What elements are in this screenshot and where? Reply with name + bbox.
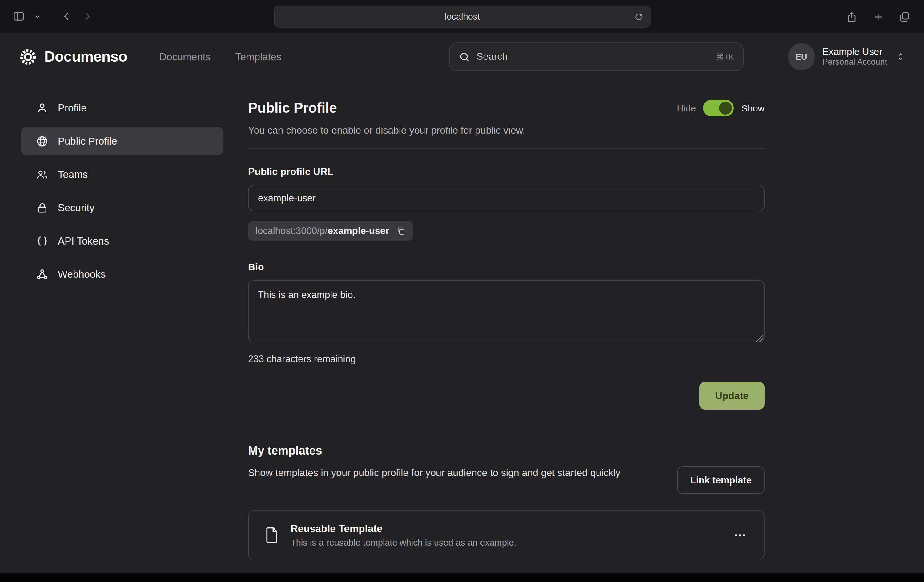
new-tab-icon[interactable] bbox=[870, 8, 886, 25]
sidebar-toggle-icon[interactable] bbox=[10, 7, 28, 25]
search-input[interactable] bbox=[477, 51, 710, 62]
profile-visibility-control: Hide Show bbox=[677, 100, 764, 116]
link-template-button[interactable]: Link template bbox=[677, 466, 764, 494]
user-name: Example User bbox=[822, 46, 887, 58]
avatar: EU bbox=[788, 43, 815, 70]
brand[interactable]: Documenso bbox=[18, 47, 127, 66]
forward-icon[interactable] bbox=[79, 8, 96, 25]
sidebar-item-label: Teams bbox=[58, 169, 88, 180]
update-button[interactable]: Update bbox=[699, 382, 764, 410]
profile-url-text: localhost:3000/p/example-user bbox=[256, 225, 389, 236]
share-icon[interactable] bbox=[843, 8, 860, 25]
search-bar[interactable]: ⌘+K bbox=[449, 43, 744, 71]
my-templates-description: Show templates in your public profile fo… bbox=[248, 465, 620, 481]
page-bottom-gap bbox=[0, 574, 924, 582]
content: Profile Public Profile Teams Security bbox=[0, 80, 924, 561]
bio-field-label: Bio bbox=[248, 262, 764, 273]
address-bar[interactable]: localhost bbox=[274, 5, 651, 28]
globe-icon bbox=[36, 135, 49, 147]
sidebar-item-api-tokens[interactable]: API Tokens bbox=[21, 227, 223, 255]
nav-templates[interactable]: Templates bbox=[235, 51, 281, 63]
search-shortcut: ⌘+K bbox=[716, 52, 734, 61]
brand-name: Documenso bbox=[45, 48, 127, 65]
sidebar-item-teams[interactable]: Teams bbox=[21, 160, 223, 188]
template-description: This is a reusable template which is use… bbox=[290, 537, 731, 547]
toggle-hide-label: Hide bbox=[677, 103, 696, 113]
browser-toolbar: localhost bbox=[0, 0, 924, 33]
sidebar-item-webhooks[interactable]: Webhooks bbox=[21, 260, 223, 288]
profile-url-slug: example-user bbox=[327, 225, 389, 236]
sidebar-item-label: API Tokens bbox=[58, 235, 109, 246]
user-account-type: Personal Account bbox=[822, 58, 887, 68]
bio-textarea[interactable]: This is an example bio. bbox=[248, 280, 764, 342]
chevron-up-down-icon bbox=[896, 52, 906, 61]
back-icon[interactable] bbox=[58, 8, 75, 25]
profile-visibility-toggle[interactable] bbox=[703, 100, 734, 116]
documenso-logo-icon bbox=[18, 47, 38, 66]
my-templates-section: My templates Show templates in your publ… bbox=[248, 444, 764, 561]
my-templates-title: My templates bbox=[248, 444, 764, 458]
file-icon bbox=[264, 526, 280, 544]
url-field-label: Public profile URL bbox=[248, 166, 764, 177]
refresh-icon[interactable] bbox=[633, 11, 645, 23]
person-icon bbox=[36, 101, 49, 114]
sidebar-item-security[interactable]: Security bbox=[21, 193, 223, 222]
toggle-knob bbox=[719, 102, 732, 114]
page-title: Public Profile bbox=[248, 100, 337, 116]
search-icon bbox=[459, 51, 470, 63]
copy-icon[interactable] bbox=[396, 226, 406, 236]
address-bar-url: localhost bbox=[445, 12, 480, 21]
user-menu[interactable]: EU Example User Personal Account bbox=[788, 43, 906, 70]
characters-remaining: 233 characters remaining bbox=[248, 354, 764, 365]
chevron-down-icon[interactable] bbox=[31, 10, 44, 23]
divider bbox=[248, 149, 764, 149]
sidebar-item-label: Security bbox=[58, 202, 94, 213]
sidebar-item-label: Profile bbox=[58, 102, 87, 114]
tab-overview-icon[interactable] bbox=[896, 8, 913, 25]
toggle-show-label: Show bbox=[741, 103, 764, 113]
sidebar-item-public-profile[interactable]: Public Profile bbox=[21, 127, 223, 155]
sidebar-item-label: Webhooks bbox=[58, 268, 106, 280]
section-description: You can choose to enable or disable your… bbox=[248, 125, 764, 136]
app-header: Documenso Documents Templates ⌘+K EU Exa… bbox=[0, 33, 924, 80]
webhook-icon bbox=[36, 268, 49, 281]
public-profile-panel: Public Profile Hide Show You can choose … bbox=[248, 94, 764, 561]
nav-documents[interactable]: Documents bbox=[159, 51, 211, 63]
main-nav: Documents Templates bbox=[159, 51, 281, 63]
more-options-icon[interactable] bbox=[731, 526, 749, 544]
browser-window: localhost Documenso Documents bbox=[0, 0, 924, 582]
public-profile-url-input[interactable] bbox=[248, 185, 764, 211]
lock-icon bbox=[36, 201, 49, 214]
template-card: Reusable Template This is a reusable tem… bbox=[248, 510, 764, 561]
braces-icon bbox=[36, 234, 49, 247]
people-icon bbox=[36, 168, 49, 181]
settings-nav: Profile Public Profile Teams Security bbox=[21, 94, 223, 561]
sidebar-item-label: Public Profile bbox=[58, 135, 117, 147]
profile-url-preview[interactable]: localhost:3000/p/example-user bbox=[248, 221, 413, 241]
sidebar-item-profile[interactable]: Profile bbox=[21, 94, 223, 122]
resize-handle[interactable] bbox=[756, 335, 763, 342]
template-title: Reusable Template bbox=[290, 523, 731, 534]
